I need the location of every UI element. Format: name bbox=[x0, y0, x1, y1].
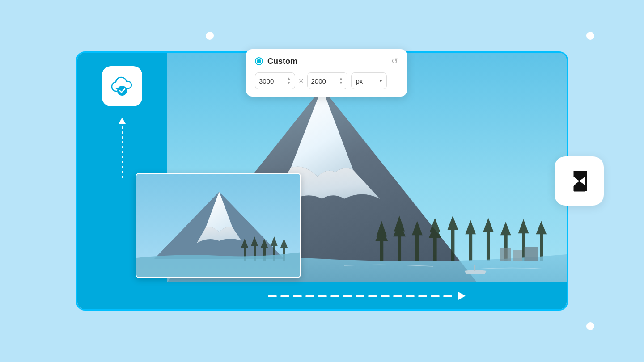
bottom-dash-5 bbox=[318, 295, 327, 297]
dash-2 bbox=[122, 131, 123, 134]
height-up-spinner[interactable]: ▲ bbox=[339, 77, 343, 80]
width-down-spinner[interactable]: ▼ bbox=[287, 81, 291, 85]
capcut-logo-icon bbox=[565, 167, 594, 196]
unit-value: px bbox=[356, 77, 363, 85]
scene-wrapper: Custom ↺ 3000 ▲ ▼ × 2000 ▲ ▼ px bbox=[54, 36, 590, 326]
svg-point-38 bbox=[117, 86, 127, 96]
custom-panel-header: Custom ↺ bbox=[255, 56, 398, 66]
width-input[interactable]: 3000 ▲ ▼ bbox=[255, 72, 295, 89]
height-down-spinner[interactable]: ▼ bbox=[339, 81, 343, 85]
dimension-inputs: 3000 ▲ ▼ × 2000 ▲ ▼ px ▾ bbox=[255, 72, 398, 89]
dash-8 bbox=[122, 161, 123, 163]
custom-label-row: Custom bbox=[255, 57, 297, 66]
bottom-dash-6 bbox=[330, 295, 339, 297]
chevron-down-icon: ▾ bbox=[380, 79, 382, 84]
unit-dropdown[interactable]: px ▾ bbox=[351, 72, 387, 89]
dash-11 bbox=[122, 176, 123, 178]
width-value: 3000 bbox=[259, 77, 274, 85]
svg-rect-22 bbox=[540, 230, 543, 261]
reset-button[interactable]: ↺ bbox=[391, 56, 398, 66]
height-input[interactable]: 2000 ▲ ▼ bbox=[307, 72, 347, 89]
svg-rect-14 bbox=[469, 230, 472, 261]
bottom-dash-14 bbox=[431, 295, 440, 297]
cloud-upload-icon bbox=[110, 74, 135, 99]
bottom-dash-3 bbox=[293, 295, 302, 297]
bottom-dash-13 bbox=[418, 295, 427, 297]
width-up-spinner[interactable]: ▲ bbox=[287, 77, 291, 80]
bottom-arrow-strip bbox=[167, 282, 567, 309]
radio-inner-dot bbox=[257, 59, 261, 63]
capcut-logo-box bbox=[555, 156, 604, 206]
height-value: 2000 bbox=[311, 77, 326, 85]
bottom-dash-8 bbox=[356, 295, 364, 297]
custom-settings-panel: Custom ↺ 3000 ▲ ▼ × 2000 ▲ ▼ px bbox=[246, 49, 407, 97]
corner-dot-top-right bbox=[586, 32, 594, 40]
svg-rect-16 bbox=[487, 227, 490, 261]
bottom-dash-11 bbox=[393, 295, 402, 297]
corner-dot-bottom-right bbox=[586, 322, 594, 330]
bottom-dash-15 bbox=[443, 295, 452, 297]
thumbnail-preview bbox=[136, 173, 301, 278]
bottom-dash-12 bbox=[406, 295, 415, 297]
svg-rect-35 bbox=[513, 250, 522, 261]
dash-1 bbox=[122, 126, 123, 129]
dash-3 bbox=[122, 136, 123, 139]
custom-label: Custom bbox=[267, 57, 297, 66]
arrow-up-head bbox=[119, 118, 126, 124]
dash-9 bbox=[122, 166, 123, 168]
bottom-dash-7 bbox=[343, 295, 352, 297]
svg-rect-37 bbox=[474, 265, 475, 271]
arrow-right-head bbox=[458, 291, 466, 300]
dash-7 bbox=[122, 156, 123, 158]
height-spinners: ▲ ▼ bbox=[339, 77, 343, 85]
custom-radio[interactable] bbox=[255, 57, 263, 65]
svg-rect-36 bbox=[525, 247, 538, 261]
dash-10 bbox=[122, 171, 123, 173]
bottom-dash-10 bbox=[381, 295, 390, 297]
svg-rect-12 bbox=[451, 225, 454, 261]
dash-6 bbox=[122, 151, 123, 153]
upload-arrow-indicator bbox=[119, 118, 126, 178]
dimension-separator: × bbox=[299, 76, 304, 86]
bottom-dash-1 bbox=[268, 295, 277, 297]
bottom-dash-4 bbox=[305, 295, 314, 297]
dash-4 bbox=[122, 141, 123, 143]
corner-dot-top-left bbox=[206, 32, 214, 40]
svg-rect-34 bbox=[500, 248, 511, 261]
bottom-dash-9 bbox=[368, 295, 377, 297]
cloud-upload-icon-box bbox=[102, 66, 142, 106]
dash-5 bbox=[122, 146, 123, 148]
bottom-dash-2 bbox=[280, 295, 289, 297]
width-spinners: ▲ ▼ bbox=[287, 77, 291, 85]
